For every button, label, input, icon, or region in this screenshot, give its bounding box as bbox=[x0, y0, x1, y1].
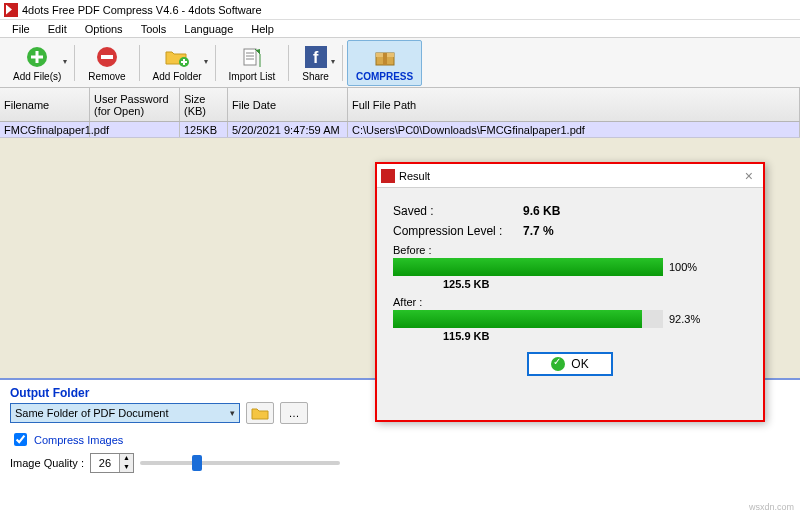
facebook-icon: f bbox=[303, 44, 329, 70]
before-bar bbox=[393, 258, 663, 276]
cell-path: C:\Users\PC0\Downloads\FMCGfinalpaper1.p… bbox=[348, 122, 800, 137]
separator bbox=[342, 45, 343, 81]
menu-edit[interactable]: Edit bbox=[40, 21, 75, 37]
svg-rect-4 bbox=[244, 49, 256, 65]
menu-tools[interactable]: Tools bbox=[133, 21, 175, 37]
cell-size: 125KB bbox=[180, 122, 228, 137]
title-bar: 4dots Free PDF Compress V4.6 - 4dots Sof… bbox=[0, 0, 800, 20]
compression-level-label: Compression Level : bbox=[393, 224, 523, 238]
chevron-down-icon[interactable]: ▾ bbox=[331, 57, 335, 66]
check-icon bbox=[551, 357, 565, 371]
separator bbox=[215, 45, 216, 81]
svg-text:f: f bbox=[313, 49, 319, 66]
compress-images-checkbox[interactable] bbox=[14, 433, 27, 446]
col-filename[interactable]: Filename bbox=[0, 88, 90, 121]
svg-rect-2 bbox=[101, 55, 113, 59]
cell-filename: FMCGfinalpaper1.pdf bbox=[0, 122, 90, 137]
table-row[interactable]: FMCGfinalpaper1.pdf 125KB 5/20/2021 9:47… bbox=[0, 122, 800, 138]
cell-date: 5/20/2021 9:47:59 AM bbox=[228, 122, 348, 137]
add-folder-label: Add Folder bbox=[153, 71, 202, 82]
import-list-label: Import List bbox=[229, 71, 276, 82]
slider-thumb[interactable] bbox=[192, 455, 202, 471]
before-label: Before : bbox=[393, 244, 432, 256]
col-date[interactable]: File Date bbox=[228, 88, 348, 121]
app-icon bbox=[381, 169, 395, 183]
chevron-down-icon[interactable]: ▾ bbox=[204, 57, 208, 66]
close-button[interactable]: × bbox=[739, 168, 759, 184]
remove-label: Remove bbox=[88, 71, 125, 82]
import-list-button[interactable]: Import List bbox=[220, 40, 285, 86]
watermark: wsxdn.com bbox=[749, 502, 794, 512]
menu-file[interactable]: File bbox=[4, 21, 38, 37]
import-icon bbox=[239, 44, 265, 70]
spin-down-icon[interactable]: ▼ bbox=[119, 463, 133, 472]
toolbar: Add File(s) ▾ Remove Add Folder ▾ Import… bbox=[0, 38, 800, 88]
after-size: 115.9 KB bbox=[443, 330, 747, 342]
browse-folder-button[interactable] bbox=[246, 402, 274, 424]
remove-button[interactable]: Remove bbox=[79, 40, 134, 86]
more-button[interactable]: … bbox=[280, 402, 308, 424]
saved-value: 9.6 KB bbox=[523, 204, 560, 218]
after-bar bbox=[393, 310, 663, 328]
before-pct: 100% bbox=[669, 261, 697, 273]
plus-icon bbox=[24, 44, 50, 70]
before-size: 125.5 KB bbox=[443, 278, 747, 290]
folder-icon bbox=[251, 406, 269, 420]
image-quality-slider[interactable] bbox=[140, 461, 340, 465]
menu-bar: File Edit Options Tools Language Help bbox=[0, 20, 800, 38]
window-title: 4dots Free PDF Compress V4.6 - 4dots Sof… bbox=[22, 4, 262, 16]
add-folder-button[interactable]: Add Folder ▾ bbox=[144, 40, 211, 86]
spin-up-icon[interactable]: ▲ bbox=[119, 454, 133, 463]
result-dialog: Result × Saved : 9.6 KB Compression Leve… bbox=[375, 162, 765, 422]
chevron-down-icon: ▾ bbox=[230, 408, 235, 418]
image-quality-label: Image Quality : bbox=[10, 457, 84, 469]
after-pct: 92.3% bbox=[669, 313, 700, 325]
add-files-button[interactable]: Add File(s) ▾ bbox=[4, 40, 70, 86]
image-quality-spinbox[interactable]: ▲ ▼ bbox=[90, 453, 134, 473]
app-icon bbox=[4, 3, 18, 17]
ok-label: OK bbox=[571, 357, 588, 371]
ellipsis-icon: … bbox=[289, 407, 300, 419]
dialog-title: Result bbox=[399, 170, 430, 182]
remove-icon bbox=[94, 44, 120, 70]
cell-password bbox=[90, 122, 180, 137]
chevron-down-icon[interactable]: ▾ bbox=[63, 57, 67, 66]
image-quality-input[interactable] bbox=[91, 454, 119, 472]
col-path[interactable]: Full File Path bbox=[348, 88, 800, 121]
separator bbox=[74, 45, 75, 81]
separator bbox=[139, 45, 140, 81]
separator bbox=[288, 45, 289, 81]
after-label: After : bbox=[393, 296, 422, 308]
svg-rect-9 bbox=[383, 53, 387, 65]
saved-label: Saved : bbox=[393, 204, 523, 218]
add-files-label: Add File(s) bbox=[13, 71, 61, 82]
menu-language[interactable]: Language bbox=[176, 21, 241, 37]
share-button[interactable]: f Share ▾ bbox=[293, 40, 338, 86]
table-header: Filename User Password (for Open) Size (… bbox=[0, 88, 800, 122]
menu-help[interactable]: Help bbox=[243, 21, 282, 37]
col-password[interactable]: User Password (for Open) bbox=[90, 88, 180, 121]
menu-options[interactable]: Options bbox=[77, 21, 131, 37]
output-folder-combo[interactable]: Same Folder of PDF Document ▾ bbox=[10, 403, 240, 423]
output-folder-value: Same Folder of PDF Document bbox=[15, 407, 168, 419]
compress-icon bbox=[372, 44, 398, 70]
share-label: Share bbox=[302, 71, 329, 82]
folder-plus-icon bbox=[164, 44, 190, 70]
col-size[interactable]: Size (KB) bbox=[180, 88, 228, 121]
compress-images-label: Compress Images bbox=[34, 434, 123, 446]
compress-label: COMPRESS bbox=[356, 71, 413, 82]
ok-button[interactable]: OK bbox=[527, 352, 612, 376]
dialog-titlebar: Result × bbox=[377, 164, 763, 188]
compression-level-value: 7.7 % bbox=[523, 224, 554, 238]
compress-button[interactable]: COMPRESS bbox=[347, 40, 422, 86]
